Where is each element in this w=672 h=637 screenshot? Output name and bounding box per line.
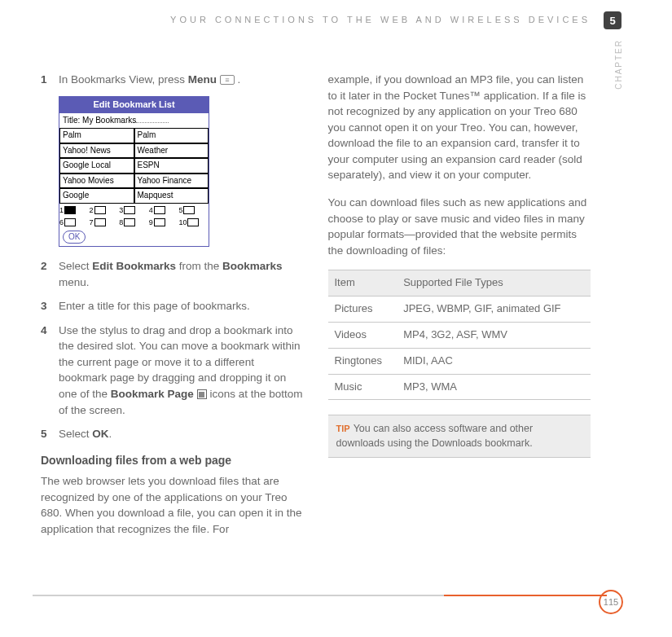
step-2: 2 Select Edit Bookmarks from the Bookmar… (41, 258, 304, 290)
section-heading: Downloading files from a web page (41, 452, 304, 468)
paragraph: example, if you download an MP3 file, yo… (328, 72, 591, 183)
slot: 10 (178, 217, 209, 228)
cell: Weather (134, 143, 209, 159)
cell: Yahoo Finance (134, 174, 209, 189)
slot: 5 (178, 205, 209, 216)
bookmark-grid: PalmPalm Yahoo! NewsWeather Google Local… (59, 128, 209, 204)
step-number: 2 (41, 258, 59, 290)
ok-button: OK (63, 231, 86, 244)
text: from the (176, 260, 222, 272)
slot: 4 (149, 205, 179, 216)
slot: 8 (119, 217, 149, 228)
num: 1 (59, 205, 64, 216)
bold-text: Edit Bookmarks (92, 260, 176, 272)
table-row: GoogleMapquest (59, 188, 209, 204)
text: . (109, 428, 112, 440)
step-number: 5 (41, 426, 59, 442)
col-header: Item (328, 270, 397, 297)
cell: Google (59, 188, 134, 204)
num: 10 (178, 217, 187, 228)
slot-box (124, 206, 135, 214)
slot-box (183, 206, 195, 214)
page-slots-row-1: 1 2 3 4 5 (59, 205, 209, 216)
bold-text: Menu (188, 73, 217, 86)
bold-text: Bookmark Page (111, 388, 194, 400)
tip-label: TIP (336, 424, 350, 433)
right-column: example, if you download an MP3 file, yo… (328, 72, 591, 588)
num: 4 (149, 205, 153, 216)
table-row: MusicMP3, WMA (328, 374, 591, 400)
step-3: 3 Enter a title for this page of bookmar… (41, 298, 304, 314)
slot: 6 (59, 217, 90, 228)
running-header: YOUR CONNECTIONS TO THE WEB AND WIRELESS… (170, 15, 591, 24)
cell: Palm (134, 128, 209, 143)
slot-box (64, 218, 76, 226)
table-row: VideosMP4, 3G2, ASF, WMV (328, 322, 591, 348)
step-5: 5 Select OK. (41, 426, 304, 442)
cell: Yahoo! News (59, 143, 134, 159)
cell: MP3, WMA (397, 374, 591, 400)
file-types-table: Item Supported File Types PicturesJPEG, … (328, 270, 591, 400)
paragraph: You can download files such as new appli… (328, 195, 591, 258)
step-body: Select OK. (59, 426, 304, 442)
table-row: PalmPalm (59, 128, 209, 143)
num: 9 (149, 217, 153, 228)
slot-box (187, 218, 199, 226)
step-1: 1 In Bookmarks View, press Menu . (41, 72, 304, 88)
footer-rule (33, 595, 607, 596)
slot: 2 (90, 205, 120, 216)
text: menu. (59, 276, 90, 288)
page-number: 115 (599, 590, 623, 614)
tip-text: You can also access software and other d… (336, 423, 534, 449)
slot-box (154, 206, 165, 214)
slot-box (94, 218, 106, 226)
cell: Mapquest (134, 188, 209, 204)
cell: Pictures (328, 297, 397, 323)
cell: MIDI, AAC (397, 348, 591, 374)
step-body: Use the stylus to drag and drop a bookma… (59, 323, 304, 418)
cell: Yahoo Movies (59, 174, 134, 189)
cell: MP4, 3G2, ASF, WMV (397, 322, 591, 348)
slot-box (124, 218, 135, 226)
content-columns: 1 In Bookmarks View, press Menu . Edit B… (41, 72, 591, 588)
step-body: In Bookmarks View, press Menu . (59, 72, 304, 88)
text: In Bookmarks View, press (59, 73, 188, 86)
chapter-side-label: CHAPTER (614, 39, 623, 90)
num: 6 (59, 217, 64, 228)
table-row: Google LocalESPN (59, 158, 209, 174)
num: 2 (90, 205, 94, 216)
dialog-subtitle: Title: My Bookmarks (59, 113, 209, 129)
cell: Ringtones (328, 348, 397, 374)
table-row: Yahoo MoviesYahoo Finance (59, 174, 209, 189)
table-row: RingtonesMIDI, AAC (328, 348, 591, 374)
table-header-row: Item Supported File Types (328, 270, 591, 297)
value: My Bookmarks (82, 116, 136, 125)
step-number: 1 (41, 72, 59, 88)
slot: 7 (90, 217, 120, 228)
slot: 9 (149, 217, 179, 228)
step-number: 4 (41, 323, 59, 418)
col-header: Supported File Types (397, 270, 591, 297)
text: . (235, 73, 241, 86)
table-row: PicturesJPEG, WBMP, GIF, animated GIF (328, 297, 591, 323)
cell: ESPN (134, 158, 209, 174)
num: 7 (90, 217, 94, 228)
label: Title: (63, 116, 80, 125)
dialog-title: Edit Bookmark List (59, 97, 209, 113)
step-body: Enter a title for this page of bookmarks… (59, 298, 304, 314)
bold-text: OK (92, 428, 108, 440)
num: 5 (178, 205, 182, 216)
paragraph: The web browser lets you download files … (41, 473, 304, 537)
table-row: Yahoo! NewsWeather (59, 143, 209, 159)
edit-bookmark-list-screenshot: Edit Bookmark List Title: My Bookmarks P… (59, 96, 209, 248)
text: Select (59, 428, 92, 440)
num: 3 (119, 205, 123, 216)
cell: Music (328, 374, 397, 400)
step-number: 3 (41, 298, 59, 314)
slot: 1 (59, 205, 90, 216)
menu-icon (220, 75, 235, 85)
slot: 3 (119, 205, 149, 216)
text: Select (59, 260, 92, 272)
left-column: 1 In Bookmarks View, press Menu . Edit B… (41, 72, 304, 588)
page-slots-row-2: 6 7 8 9 10 (59, 217, 209, 228)
